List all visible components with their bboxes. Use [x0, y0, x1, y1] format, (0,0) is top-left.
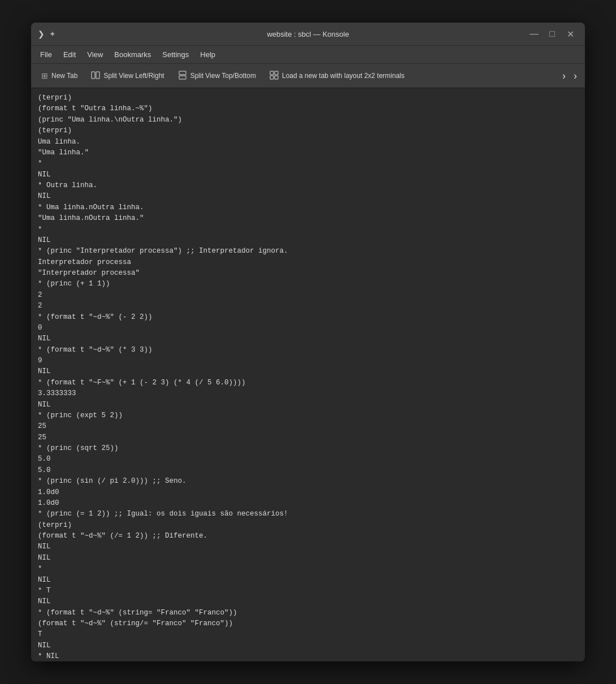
- close-button[interactable]: ✕: [562, 26, 578, 42]
- svg-rect-6: [270, 76, 274, 79]
- menu-help[interactable]: Help: [196, 48, 220, 61]
- menu-file[interactable]: File: [36, 48, 57, 61]
- svg-rect-0: [92, 72, 95, 79]
- terminal-content: (terpri) (format t "Outra linha.~%") (pr…: [38, 93, 578, 661]
- star-icon: ✦: [49, 29, 56, 38]
- terminal-output[interactable]: (terpri) (format t "Outra linha.~%") (pr…: [31, 88, 585, 661]
- split-lr-label: Split View Left/Right: [103, 72, 164, 80]
- menu-edit[interactable]: Edit: [59, 48, 80, 61]
- nav-next-button[interactable]: ›: [570, 68, 580, 84]
- nav-prev-button[interactable]: ›: [559, 68, 569, 84]
- toolbar-nav: › ›: [559, 68, 580, 84]
- load-2x2-label: Load a new tab with layout 2x2 terminals: [282, 72, 405, 80]
- window-controls: — □ ✕: [526, 26, 578, 42]
- svg-rect-3: [179, 76, 186, 79]
- toolbar: ⊞ New Tab Split View Left/Right Split Vi…: [31, 63, 585, 88]
- svg-rect-1: [96, 72, 99, 79]
- load-2x2-icon: [270, 71, 279, 81]
- menu-settings[interactable]: Settings: [158, 48, 193, 61]
- split-tb-button[interactable]: Split View Top/Bottom: [172, 67, 262, 85]
- split-tb-icon: [178, 71, 187, 81]
- svg-rect-2: [179, 71, 186, 75]
- minimize-button[interactable]: —: [526, 26, 542, 42]
- new-tab-icon: ⊞: [41, 71, 48, 80]
- svg-rect-5: [275, 71, 278, 75]
- main-window: ❯ ✦ website : sbcl — Konsole — □ ✕ File …: [31, 23, 585, 661]
- split-lr-icon: [91, 71, 100, 81]
- terminal-icon: ❯: [38, 29, 45, 38]
- title-bar-left: ❯ ✦: [38, 29, 56, 38]
- title-bar: ❯ ✦ website : sbcl — Konsole — □ ✕: [31, 23, 585, 45]
- svg-rect-4: [270, 71, 274, 75]
- new-tab-label: New Tab: [51, 72, 77, 80]
- split-lr-button[interactable]: Split View Left/Right: [85, 67, 170, 85]
- menu-bar: File Edit View Bookmarks Settings Help: [31, 45, 585, 63]
- window-title: website : sbcl — Konsole: [267, 30, 349, 38]
- menu-view[interactable]: View: [83, 48, 107, 61]
- new-tab-button[interactable]: ⊞ New Tab: [36, 68, 83, 84]
- menu-bookmarks[interactable]: Bookmarks: [110, 48, 155, 61]
- svg-rect-7: [275, 76, 278, 79]
- maximize-button[interactable]: □: [544, 26, 560, 42]
- load-2x2-button[interactable]: Load a new tab with layout 2x2 terminals: [264, 67, 410, 85]
- split-tb-label: Split View Top/Bottom: [190, 72, 256, 80]
